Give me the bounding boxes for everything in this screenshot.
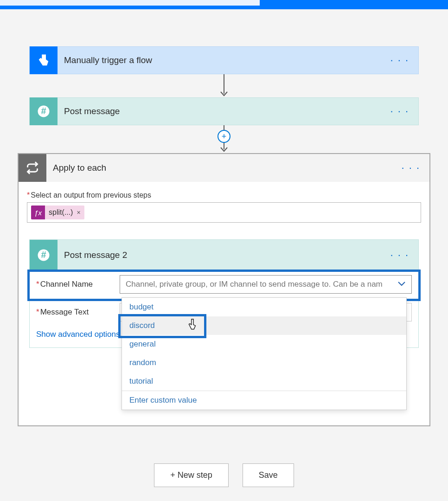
connector-arrow — [217, 74, 231, 97]
post-message-2-header[interactable]: # Post message 2 · · · — [30, 240, 418, 270]
new-step-button[interactable]: + New step — [154, 463, 229, 487]
expression-token[interactable]: ƒx split(...) × — [31, 206, 84, 219]
apply-to-each-menu-button[interactable]: · · · — [392, 162, 429, 174]
svg-text:#: # — [41, 250, 46, 260]
insert-step-button[interactable]: + — [218, 130, 230, 143]
title-bar-inner — [0, 0, 260, 6]
post-message-2-menu-button[interactable]: · · · — [381, 249, 418, 261]
dropdown-item-discord[interactable]: discord — [122, 316, 406, 335]
trigger-card[interactable]: Manually trigger a flow · · · — [29, 46, 419, 74]
select-output-label: *Select an output from previous steps — [27, 191, 421, 199]
hash-icon: # — [30, 240, 58, 270]
select-output-input[interactable]: ƒx split(...) × — [27, 202, 421, 223]
post-message-card[interactable]: # Post message · · · — [29, 97, 419, 125]
dropdown-enter-custom[interactable]: Enter custom value — [122, 391, 406, 410]
fx-icon: ƒx — [31, 206, 45, 219]
manual-trigger-icon — [30, 46, 58, 74]
chevron-down-icon — [397, 280, 406, 289]
save-button[interactable]: Save — [243, 463, 294, 487]
post-message-2-card: # Post message 2 · · · *Cha — [29, 239, 419, 348]
connector-add: + — [217, 125, 231, 153]
apply-to-each-header[interactable]: Apply to each · · · — [19, 154, 429, 182]
channel-placeholder: Channel, private group, or IM channel to… — [126, 280, 383, 289]
dropdown-item-random[interactable]: random — [122, 353, 406, 372]
show-advanced-options-link[interactable]: Show advanced options — [30, 326, 136, 347]
token-remove-button[interactable]: × — [77, 209, 84, 216]
dropdown-item-budget[interactable]: budget — [122, 298, 406, 316]
dropdown-item-general[interactable]: general — [122, 335, 406, 353]
loop-icon — [19, 154, 46, 182]
flow-canvas: Manually trigger a flow · · · # Post mes… — [0, 9, 448, 501]
svg-text:#: # — [41, 106, 46, 116]
title-bar — [0, 0, 448, 9]
dropdown-item-tutorial[interactable]: tutorial — [122, 372, 406, 391]
channel-name-label: *Channel Name — [36, 280, 115, 289]
apply-to-each-card: Apply to each · · · *Select an output fr… — [18, 153, 430, 426]
post-message-menu-button[interactable]: · · · — [381, 105, 418, 117]
trigger-menu-button[interactable]: · · · — [381, 54, 418, 66]
post-message-title: Post message — [64, 106, 381, 116]
trigger-title: Manually trigger a flow — [64, 55, 381, 65]
message-text-label: *Message Text — [36, 308, 115, 317]
channel-name-dropdown[interactable]: Channel, private group, or IM channel to… — [120, 275, 412, 294]
hash-icon: # — [30, 97, 58, 125]
apply-to-each-title: Apply to each — [53, 163, 392, 173]
channel-dropdown-panel: budget discord general random — [122, 297, 407, 410]
token-label: split(...) — [45, 208, 77, 217]
post-message-2-title: Post message 2 — [64, 250, 381, 260]
